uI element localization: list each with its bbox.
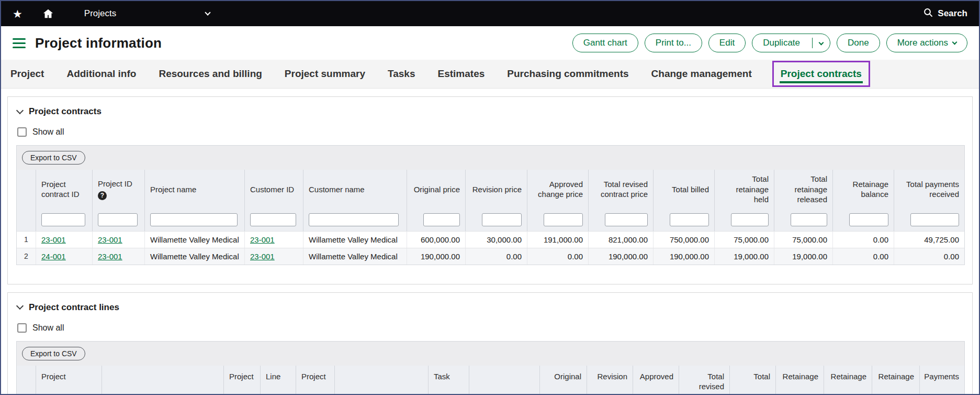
project-contract-lines-section-header: Project contract lines [16, 300, 964, 313]
tab-estimates[interactable]: Estimates [436, 60, 487, 88]
filter-input[interactable] [544, 213, 583, 226]
projects-nav-label: Projects [84, 8, 116, 19]
column-header[interactable]: Revision price [465, 170, 527, 209]
filter-input[interactable] [98, 213, 138, 226]
column-header[interactable]: Approved change price [527, 170, 588, 209]
cell-link[interactable]: 23-001 [98, 252, 122, 261]
collapse-chevron-icon[interactable] [16, 302, 24, 310]
favorites-star-icon[interactable]: ★ [13, 8, 22, 19]
tab-tasks[interactable]: Tasks [386, 60, 417, 88]
filter-input[interactable] [41, 213, 85, 226]
filter-input[interactable] [791, 213, 827, 226]
filter-input[interactable] [605, 213, 648, 226]
cell-value: Willamette Valley Medical [303, 232, 407, 248]
column-header[interactable]: Approved [633, 366, 679, 395]
export-csv-label: Export to CSV [30, 349, 77, 358]
filter-input[interactable] [150, 213, 238, 226]
home-icon[interactable] [42, 8, 54, 19]
column-header[interactable] [102, 366, 223, 395]
column-header[interactable]: Retainage [872, 366, 919, 395]
column-header[interactable]: Original [539, 366, 587, 395]
column-header[interactable]: Project [223, 366, 260, 395]
column-header[interactable] [334, 366, 428, 395]
cell-link[interactable]: 23-001 [41, 235, 66, 244]
column-header[interactable]: Project contract ID [36, 170, 92, 209]
title-bar: Project information Gantt chart Print to… [1, 26, 979, 60]
tab-project-summary[interactable]: Project summary [283, 60, 367, 88]
column-header-label: Retainage [878, 371, 914, 382]
edit-button[interactable]: Edit [708, 34, 746, 52]
help-icon[interactable]: ? [98, 191, 107, 200]
column-header[interactable]: Original price [407, 170, 465, 209]
column-header[interactable]: Customer ID [244, 170, 303, 209]
column-header[interactable]: Project [36, 366, 102, 395]
cell-link[interactable]: 23-001 [250, 235, 275, 244]
cell-link[interactable]: 23-001 [98, 235, 122, 244]
tab-additional-info[interactable]: Additional info [64, 60, 138, 88]
column-header[interactable]: Project ID? [92, 170, 144, 209]
export-csv-button[interactable]: Export to CSV [22, 347, 85, 360]
column-header[interactable]: Retainage [775, 366, 824, 395]
tab-label: Project contracts [781, 68, 862, 80]
search-button[interactable]: Search [923, 8, 967, 20]
column-header[interactable]: Project name [144, 170, 244, 209]
project-contracts-panel: Project contracts Show all Export to CSV… [7, 96, 973, 284]
tab-change-management[interactable]: Change management [649, 60, 754, 88]
list-menu-icon[interactable] [13, 38, 26, 48]
filter-input[interactable] [849, 213, 888, 226]
tab-project-contracts[interactable]: Project contracts [772, 61, 870, 87]
show-all-checkbox[interactable] [17, 127, 27, 137]
column-header[interactable]: Total payments received [894, 170, 964, 209]
tab-resources-and-billing[interactable]: Resources and billing [156, 60, 264, 88]
cell-value: 0.00 [527, 248, 588, 265]
table-row: 224-00123-001Willamette Valley Medical23… [17, 248, 964, 265]
filter-input[interactable] [423, 213, 460, 226]
column-header[interactable]: Retainage [824, 366, 872, 395]
done-button[interactable]: Done [837, 34, 880, 52]
duplicate-dropdown-button[interactable] [812, 38, 830, 48]
duplicate-split-button: Duplicate [752, 34, 830, 52]
gantt-chart-button[interactable]: Gantt chart [572, 34, 638, 52]
filter-input[interactable] [670, 213, 709, 226]
filter-input[interactable] [910, 213, 959, 226]
column-header[interactable]: Total billed [653, 170, 714, 209]
more-actions-button[interactable]: More actions [886, 34, 967, 52]
column-header[interactable] [469, 366, 539, 395]
column-header[interactable]: Revision [587, 366, 633, 395]
print-to-button[interactable]: Print to... [645, 34, 702, 52]
cell-link[interactable]: 23-001 [250, 252, 275, 261]
column-header[interactable]: Payments [919, 366, 964, 395]
gantt-chart-label: Gantt chart [583, 38, 627, 48]
column-header[interactable]: Total [729, 366, 775, 395]
filter-input[interactable] [482, 213, 522, 226]
projects-nav-dropdown[interactable]: Projects [84, 8, 210, 19]
column-header[interactable]: Project [296, 366, 334, 395]
show-all-checkbox[interactable] [17, 323, 27, 333]
contract-lines-grid-toolbar: Export to CSV [17, 342, 964, 366]
filter-input[interactable] [731, 213, 769, 226]
tab-project[interactable]: Project [8, 60, 46, 88]
column-header[interactable]: Customer name [303, 170, 407, 209]
section-title: Project contracts [29, 106, 102, 117]
cell-link[interactable]: 24-001 [41, 252, 66, 261]
column-header[interactable]: Task [428, 366, 469, 395]
project-contract-lines-panel: Project contract lines Show all Export t… [7, 292, 973, 395]
cell-value: 19,000.00 [714, 248, 774, 265]
column-header[interactable]: Total retainage held [714, 170, 774, 209]
column-header[interactable]: Total revised contract price [588, 170, 653, 209]
column-header[interactable]: Retainage balance [832, 170, 894, 209]
filter-cell [832, 209, 894, 231]
duplicate-button[interactable]: Duplicate [752, 34, 807, 52]
app-window: ★ Projects Search Project information Ga… [0, 0, 980, 395]
chevron-down-icon [205, 9, 210, 15]
filter-input[interactable] [309, 213, 399, 226]
column-header[interactable]: Line [260, 366, 296, 395]
column-header[interactable]: Total retainage released [774, 170, 832, 209]
filter-input[interactable] [250, 213, 296, 226]
tab-purchasing-commitments[interactable]: Purchasing commitments [505, 60, 630, 88]
column-header[interactable]: Total revised [679, 366, 729, 395]
column-header-label: Line [266, 371, 280, 382]
export-csv-button[interactable]: Export to CSV [22, 151, 85, 164]
collapse-chevron-icon[interactable] [16, 106, 24, 114]
cell-value: 0.00 [894, 248, 964, 265]
